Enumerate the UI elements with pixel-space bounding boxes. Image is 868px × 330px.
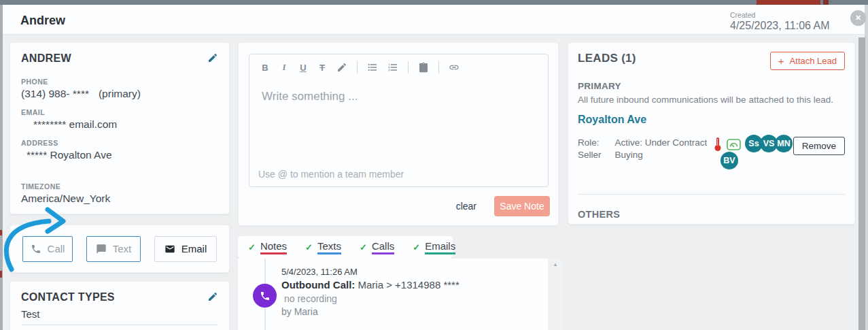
background-red-button-fragment xyxy=(757,0,820,5)
close-icon: ✕ xyxy=(855,14,861,22)
check-icon: ✓ xyxy=(248,242,256,252)
underline-icon[interactable]: U xyxy=(298,63,308,73)
phone-primary-tag: (primary) xyxy=(99,88,141,99)
contact-name-heading: ANDREW xyxy=(21,52,71,65)
lead-row: Role: Seller Active: Under Contract Buyi… xyxy=(578,137,845,172)
window-scrollbar[interactable] xyxy=(858,37,865,330)
feed-entry-timestamp: 5/4/2023, 11:26 AM xyxy=(281,266,459,278)
attach-lead-label: Attach Lead xyxy=(790,56,837,66)
contact-types-heading: CONTACT TYPES xyxy=(21,291,115,303)
avatar[interactable]: BV xyxy=(721,152,738,169)
phone-icon xyxy=(260,291,271,301)
numbered-list-icon[interactable] xyxy=(387,62,398,73)
outbound-call-badge xyxy=(253,284,277,308)
bold-icon[interactable]: B xyxy=(260,63,270,73)
window-top-bar xyxy=(0,0,868,5)
phone-label: PHONE xyxy=(21,78,218,86)
attach-lead-button[interactable]: + Attach Lead xyxy=(770,52,845,70)
tab-texts[interactable]: ✓ Texts xyxy=(305,240,341,254)
background-red-button-fragment xyxy=(823,0,829,5)
call-button[interactable]: Call xyxy=(22,236,73,262)
note-editor-card: B I U T xyxy=(238,42,559,226)
phone-icon xyxy=(31,244,41,254)
address-value: ***** Royalton Ave xyxy=(21,149,218,161)
editor-toolbar: B I U T xyxy=(249,54,548,80)
clear-note-link[interactable]: clear xyxy=(456,201,476,212)
lead-status: Active: Under Contract Buying xyxy=(615,137,714,172)
tab-notes[interactable]: ✓ Notes xyxy=(248,240,287,254)
scroll-up-icon[interactable]: ▲ xyxy=(548,262,563,267)
left-edge-strip xyxy=(0,5,3,330)
email-button[interactable]: Email xyxy=(154,236,217,262)
lead-role: Role: Seller xyxy=(578,137,615,172)
primary-section-note: All future inbound communications will b… xyxy=(578,95,845,105)
mention-hint: Use @ to mention a team member xyxy=(258,169,404,180)
tab-texts-label: Texts xyxy=(317,240,341,254)
page-title: Andrew xyxy=(20,14,65,28)
plus-icon: + xyxy=(778,55,784,67)
leads-heading: LEADS (1) xyxy=(578,52,636,65)
feed-entry-author: by Maria xyxy=(281,306,459,318)
tab-calls-label: Calls xyxy=(372,240,394,254)
save-note-button[interactable]: Save Note xyxy=(494,196,550,216)
feed-entry[interactable]: 5/4/2023, 11:26 AM Outbound Call: Maria … xyxy=(281,266,459,318)
email-value: ******** email.com xyxy=(21,118,218,131)
envelope-icon xyxy=(164,244,175,254)
contact-info-card: ANDREW PHONE (314) 988- ****(primary) EM… xyxy=(10,42,230,214)
timezone-label: TIMEZONE xyxy=(21,182,218,191)
feed-entry-detail: no recording xyxy=(284,293,459,306)
template-clipboard-icon[interactable] xyxy=(418,62,429,73)
tab-notes-label: Notes xyxy=(260,240,287,254)
thermometer-icon xyxy=(714,137,722,152)
activity-tabs-bar: ✓ Notes ✓ Texts ✓ Calls ✓ Emails xyxy=(238,236,453,259)
chat-bubble-icon xyxy=(96,244,107,254)
close-button[interactable]: ✕ xyxy=(850,10,866,26)
left-edge-red-mark xyxy=(0,271,2,278)
feed-scrollbar[interactable]: ▲ xyxy=(548,259,563,330)
feed-entry-summary: Maria > +1314988 **** xyxy=(358,279,459,291)
activity-feed: 5/4/2023, 11:26 AM Outbound Call: Maria … xyxy=(238,259,548,330)
tab-calls[interactable]: ✓ Calls xyxy=(360,240,394,254)
contact-types-value: Test xyxy=(21,308,218,320)
lead-name-link[interactable]: Royalton Ave xyxy=(578,114,845,126)
text-button[interactable]: Text xyxy=(86,236,141,262)
leads-card: LEADS (1) + Attach Lead PRIMARY All futu… xyxy=(568,42,855,225)
tab-emails-label: Emails xyxy=(425,240,455,254)
contact-types-card: CONTACT TYPES Test xyxy=(10,281,230,330)
link-icon[interactable] xyxy=(449,62,459,73)
contact-detail-modal: Andrew Created 4/25/2023, 11:06 AM ✕ AND… xyxy=(0,0,868,330)
phone-value: (314) 988- ****(primary) xyxy=(21,88,218,100)
feed-entry-type: Outbound Call: xyxy=(281,279,355,291)
edit-contact-types-pencil-icon[interactable] xyxy=(207,291,218,302)
email-label: EMAIL xyxy=(21,108,218,116)
text-color-pencil-icon[interactable] xyxy=(336,62,347,73)
edit-contact-pencil-icon[interactable] xyxy=(207,52,218,63)
toolbar-separator xyxy=(357,61,358,73)
timezone-value: America/New_York xyxy=(21,193,218,205)
check-icon: ✓ xyxy=(413,242,420,252)
tab-emails[interactable]: ✓ Emails xyxy=(413,240,455,254)
contact-actions-card: Call Text Email xyxy=(10,225,230,273)
strikethrough-icon[interactable]: T xyxy=(317,63,327,73)
bullet-list-icon[interactable] xyxy=(367,62,378,73)
created-label: Created xyxy=(730,11,846,19)
left-edge-red-mark xyxy=(0,230,2,235)
address-label: ADDRESS xyxy=(21,139,218,147)
call-button-label: Call xyxy=(48,243,65,254)
toolbar-separator xyxy=(408,61,409,73)
created-timestamp: 4/25/2023, 11:06 AM xyxy=(730,20,846,32)
italic-icon[interactable]: I xyxy=(279,62,289,73)
check-icon: ✓ xyxy=(305,242,313,252)
remove-lead-button[interactable]: Remove xyxy=(793,137,845,155)
check-icon: ✓ xyxy=(360,242,367,252)
note-input-placeholder[interactable]: Write something ... xyxy=(262,90,358,103)
divider xyxy=(21,325,218,325)
divider xyxy=(578,194,845,195)
others-section-label: OTHERS xyxy=(578,209,845,220)
note-editor[interactable]: B I U T xyxy=(249,54,549,187)
leads-count: (1) xyxy=(621,52,636,65)
gauge-icon xyxy=(727,139,741,150)
avatar[interactable]: VS xyxy=(760,135,778,152)
created-block: Created 4/25/2023, 11:06 AM xyxy=(730,11,846,32)
lead-icon-cluster: Ss VS MN BV xyxy=(714,137,793,172)
